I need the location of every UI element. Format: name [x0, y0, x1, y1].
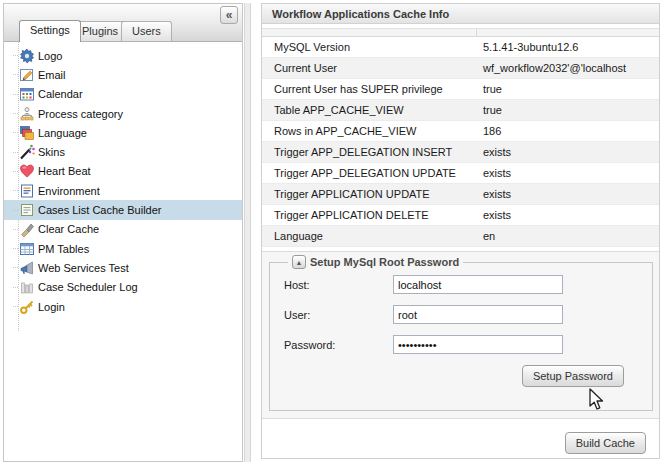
sidebar-item-case-scheduler-log[interactable]: Case Scheduler Log	[4, 278, 242, 297]
tree-item-label: Clear Cache	[38, 223, 99, 235]
setup-password-fieldset: ▲ Setup MySql Root Password Host: User: …	[269, 255, 653, 411]
user-field[interactable]	[393, 305, 563, 324]
host-field[interactable]	[393, 275, 563, 294]
app-window: SettingsPluginsUsers « Logo Email Calend…	[0, 0, 669, 468]
info-row-value: wf_workflow2032'@'localhost	[476, 62, 626, 74]
setup-password-button[interactable]: Setup Password	[522, 365, 624, 387]
info-row-value: 5.1.41-3ubuntu12.6	[476, 41, 578, 53]
tree-item-label: Email	[38, 69, 66, 81]
tree-item-label: Login	[38, 301, 65, 313]
cases-list-icon	[19, 202, 35, 218]
cache-info-table: MySQL Version 5.1.41-3ubuntu12.6 Current…	[262, 28, 659, 247]
info-row-value: exists	[476, 188, 511, 200]
info-table-row: MySQL Version 5.1.41-3ubuntu12.6	[262, 37, 659, 58]
tab-users[interactable]: Users	[121, 21, 172, 41]
sidebar-item-email[interactable]: Email	[4, 65, 242, 84]
sidebar-item-skins[interactable]: Skins	[4, 142, 242, 161]
form-field-label: Host:	[284, 279, 393, 291]
form-field-row: Host:	[284, 275, 638, 294]
info-row-value: exists	[476, 167, 511, 179]
form-field-row: User:	[284, 305, 638, 324]
info-row-label: MySQL Version	[262, 41, 476, 53]
sidebar-item-pm-tables[interactable]: PM Tables	[4, 239, 242, 258]
info-table-row: Rows in APP_CACHE_VIEW 186	[262, 121, 659, 142]
tree-item-label: Process category	[38, 108, 123, 120]
info-table-row: Trigger APPLICATION UPDATE exists	[262, 184, 659, 205]
info-row-label: Language	[262, 230, 476, 242]
info-row-value: en	[476, 230, 495, 242]
form-field-label: User:	[284, 309, 393, 321]
info-table-row: Trigger APPLICATION DELETE exists	[262, 205, 659, 226]
build-cache-button[interactable]: Build Cache	[565, 432, 646, 454]
skins-icon	[19, 144, 35, 160]
web-services-icon	[19, 260, 35, 276]
email-icon	[19, 67, 35, 83]
info-row-label: Current User	[262, 62, 476, 74]
info-row-label: Rows in APP_CACHE_VIEW	[262, 125, 476, 137]
calendar-icon	[19, 86, 35, 102]
tree-item-label: Logo	[38, 50, 62, 62]
key-icon	[19, 299, 35, 315]
tree-item-label: Skins	[38, 146, 65, 158]
settings-tree: Logo Email Calendar Process category Lan…	[4, 42, 242, 461]
scheduler-log-icon	[19, 279, 35, 295]
info-row-value: exists	[476, 146, 511, 158]
tree-item-label: Case Scheduler Log	[38, 281, 138, 293]
table-column-header	[262, 28, 659, 37]
collapse-fieldset-icon[interactable]: ▲	[292, 255, 306, 269]
fieldset-legend-text: Setup MySql Root Password	[310, 256, 459, 268]
panel-title: Workflow Applications Cache Info	[262, 4, 659, 24]
column-divider	[476, 29, 477, 36]
pm-tables-icon	[19, 241, 35, 257]
cache-info-panel: Workflow Applications Cache Info MySQL V…	[261, 3, 660, 459]
sidebar-collapse-button[interactable]: «	[220, 6, 238, 24]
tree-item-label: Heart Beat	[38, 165, 91, 177]
info-table-row: Table APP_CACHE_VIEW true	[262, 100, 659, 121]
tree-item-label: Environment	[38, 185, 100, 197]
clear-cache-icon	[19, 221, 35, 237]
info-table-row: Trigger APP_DELEGATION UPDATE exists	[262, 163, 659, 184]
info-table-row: Trigger APP_DELEGATION INSERT exists	[262, 142, 659, 163]
tab-settings[interactable]: Settings	[19, 20, 81, 42]
info-row-value: exists	[476, 209, 511, 221]
process-category-icon	[19, 106, 35, 122]
sidebar-item-calendar[interactable]: Calendar	[4, 85, 242, 104]
info-row-label: Trigger APP_DELEGATION UPDATE	[262, 167, 476, 179]
sidebar-item-process-category[interactable]: Process category	[4, 104, 242, 123]
sidebar-item-cases-list-cache-builder[interactable]: Cases List Cache Builder	[4, 200, 242, 219]
sidebar: SettingsPluginsUsers « Logo Email Calend…	[3, 3, 243, 462]
sidebar-item-login[interactable]: Login	[4, 297, 242, 316]
sidebar-item-language[interactable]: Language	[4, 123, 242, 142]
sidebar-item-web-services-test[interactable]: Web Services Test	[4, 258, 242, 277]
sidebar-item-environment[interactable]: Environment	[4, 181, 242, 200]
info-row-value: 186	[476, 125, 501, 137]
form-field-label: Password:	[284, 339, 393, 351]
sidebar-tabstrip: SettingsPluginsUsers «	[4, 4, 242, 42]
password-field[interactable]	[393, 335, 563, 354]
info-row-value: true	[476, 104, 502, 116]
info-row-label: Trigger APP_DELEGATION INSERT	[262, 146, 476, 158]
tree-item-label: Language	[38, 127, 87, 139]
sidebar-item-heart-beat[interactable]: Heart Beat	[4, 162, 242, 181]
panel-splitter[interactable]	[244, 3, 251, 462]
info-row-label: Table APP_CACHE_VIEW	[262, 104, 476, 116]
info-row-label: Current User has SUPER privilege	[262, 83, 476, 95]
fieldset-legend: ▲ Setup MySql Root Password	[288, 255, 463, 269]
info-table-row: Current User wf_workflow2032'@'localhost	[262, 58, 659, 79]
tree-item-label: Calendar	[38, 88, 83, 100]
info-row-label: Trigger APPLICATION UPDATE	[262, 188, 476, 200]
sidebar-item-clear-cache[interactable]: Clear Cache	[4, 220, 242, 239]
heart-icon	[19, 163, 35, 179]
environment-icon	[19, 183, 35, 199]
info-table-row: Language en	[262, 226, 659, 247]
info-table-row: Current User has SUPER privilege true	[262, 79, 659, 100]
language-icon	[19, 125, 35, 141]
sidebar-item-logo[interactable]: Logo	[4, 46, 242, 65]
info-row-label: Trigger APPLICATION DELETE	[262, 209, 476, 221]
form-field-row: Password:	[284, 335, 638, 354]
tree-item-label: PM Tables	[38, 243, 89, 255]
tree-item-label: Web Services Test	[38, 262, 129, 274]
info-row-value: true	[476, 83, 502, 95]
tree-item-label: Cases List Cache Builder	[38, 204, 162, 216]
logo-icon	[19, 48, 35, 64]
